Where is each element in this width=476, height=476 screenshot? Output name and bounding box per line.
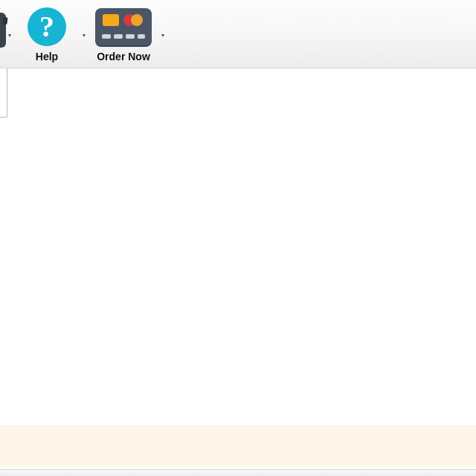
order-now-button[interactable]: Order Now: [88, 3, 159, 62]
notice-panel: [0, 425, 476, 466]
chevron-down-icon: ▾: [8, 33, 11, 39]
content-area: [0, 68, 476, 425]
credit-card-icon: [95, 8, 152, 45]
help-icon-wrap: ?: [28, 3, 66, 51]
settings-dark-icon: [0, 6, 6, 48]
status-bar: [0, 469, 476, 476]
main-toolbar: ions ▾ ? Help ▾ Order Now ▾: [0, 0, 476, 68]
help-circle-icon: ?: [28, 7, 66, 46]
help-dropdown[interactable]: ▾: [80, 3, 88, 51]
order-icon-wrap: [95, 3, 152, 51]
order-dropdown[interactable]: ▾: [159, 3, 167, 51]
options-dropdown[interactable]: ▾: [6, 3, 13, 51]
chevron-down-icon: ▾: [83, 33, 86, 39]
options-button[interactable]: ions: [0, 3, 6, 62]
chevron-down-icon: ▾: [161, 33, 164, 39]
options-dropdown-panel[interactable]: [0, 68, 7, 118]
options-icon-wrap: [0, 3, 6, 51]
help-label: Help: [36, 51, 58, 62]
order-now-label: Order Now: [97, 51, 150, 62]
help-button[interactable]: ? Help: [13, 3, 80, 62]
